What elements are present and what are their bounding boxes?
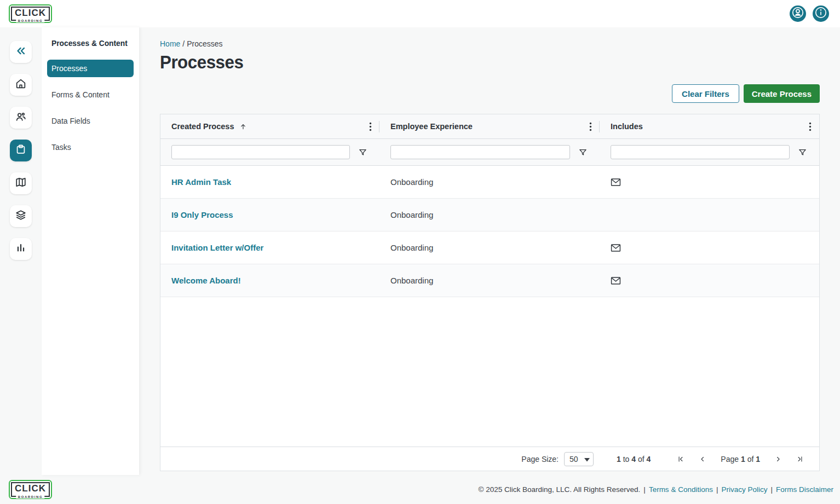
help-info-button[interactable] [813, 5, 829, 22]
top-bar: CLICK BOARDING [0, 0, 840, 27]
breadcrumb-separator: / [182, 39, 185, 48]
experience-value: Onboarding [390, 210, 433, 219]
experience-value: Onboarding [390, 177, 433, 187]
click-boarding-logo-footer: CLICK BOARDING [9, 480, 52, 499]
rows-range-text: 1 to 4 of 4 [617, 455, 651, 464]
table-row: I9 Only Process Onboarding [160, 199, 819, 231]
body: Processes & Content Processes Forms & Co… [0, 27, 840, 475]
click-boarding-logo: CLICK BOARDING [9, 4, 52, 24]
rail-item-reports[interactable] [10, 238, 32, 260]
process-link[interactable]: I9 Only Process [171, 210, 233, 219]
first-page-icon[interactable] [677, 455, 684, 463]
rail-item-home[interactable] [10, 74, 32, 96]
breadcrumb-home-link[interactable]: Home [160, 39, 180, 48]
people-icon [15, 111, 27, 125]
email-envelope-icon [611, 178, 621, 187]
page-info-text: Page 1 of 1 [721, 455, 760, 464]
column-header-created-process[interactable]: Created Process [160, 114, 379, 138]
layers-icon [15, 209, 27, 223]
column-header-includes[interactable]: Includes [600, 114, 819, 138]
filter-input-employee-experience[interactable] [390, 145, 570, 159]
table-row: HR Admin Task Onboarding [160, 166, 819, 199]
process-link[interactable]: Invitation Letter w/Offer [171, 243, 263, 252]
chevron-down-icon [584, 455, 590, 464]
pagination-bar: Page Size: 50 1 to 4 of 4 [160, 447, 819, 471]
table-row: Welcome Aboard! Onboarding [160, 264, 819, 297]
filter-funnel-icon[interactable] [578, 148, 588, 157]
column-menu-kebab-icon[interactable] [807, 122, 814, 131]
email-envelope-icon [611, 244, 621, 252]
subnav-item-processes[interactable]: Processes [47, 60, 134, 77]
user-profile-button[interactable] [790, 5, 806, 22]
subnav-item-tasks[interactable]: Tasks [47, 138, 134, 156]
page-actions: Clear Filters Create Process [160, 84, 820, 103]
filter-funnel-icon[interactable] [358, 148, 367, 157]
rail-item-processes[interactable] [10, 140, 32, 161]
map-icon [15, 176, 27, 190]
table-body: HR Admin Task Onboarding I9 Only Process… [160, 166, 819, 297]
page-size-label: Page Size: [521, 455, 559, 464]
previous-page-icon[interactable] [699, 455, 706, 463]
app-window: CLICK BOARDING [0, 0, 840, 504]
process-link[interactable]: Welcome Aboard! [171, 276, 241, 285]
rail-item-map[interactable] [10, 172, 32, 194]
clear-filters-button[interactable]: Clear Filters [672, 84, 739, 103]
last-page-icon[interactable] [796, 455, 804, 463]
column-menu-kebab-icon[interactable] [587, 122, 594, 131]
info-circle-icon [813, 4, 829, 23]
collapse-sidebar-button[interactable] [10, 41, 32, 63]
page-size-select[interactable]: 50 [564, 452, 594, 466]
experience-value: Onboarding [390, 243, 433, 252]
logo-subtext: BOARDING [16, 495, 44, 499]
sort-ascending-icon [239, 123, 247, 131]
collapse-chevrons-icon [15, 45, 27, 59]
breadcrumb: Home/Processes [160, 39, 820, 48]
processes-clipboard-icon [15, 143, 27, 158]
copyright-text: © 2025 Click Boarding, LLC. All Rights R… [479, 485, 641, 494]
page-footer: CLICK BOARDING © 2025 Click Boarding, LL… [0, 475, 840, 504]
logo-text: CLICK [15, 484, 46, 494]
user-circle-icon [790, 4, 806, 23]
table-row: Invitation Letter w/Offer Onboarding [160, 231, 819, 264]
next-page-icon[interactable] [774, 455, 782, 463]
secondary-nav-panel: Processes & Content Processes Forms & Co… [42, 27, 139, 475]
email-envelope-icon [611, 276, 621, 285]
experience-value: Onboarding [390, 276, 433, 285]
logo-text: CLICK [15, 8, 46, 18]
create-process-button[interactable]: Create Process [744, 84, 820, 103]
process-link[interactable]: HR Admin Task [171, 177, 231, 187]
filter-funnel-icon[interactable] [798, 148, 807, 157]
subnav-item-data-fields[interactable]: Data Fields [47, 112, 134, 130]
subnav-item-forms-content[interactable]: Forms & Content [47, 86, 134, 103]
subnav-title: Processes & Content [51, 38, 132, 48]
table-empty-space [160, 297, 819, 447]
filter-input-created-process[interactable] [171, 145, 350, 159]
filter-input-includes[interactable] [611, 145, 790, 159]
table-header-row: Created Process Employee Experience [160, 114, 819, 139]
home-icon [15, 78, 27, 92]
column-header-employee-experience[interactable]: Employee Experience [379, 114, 600, 138]
bar-chart-icon [15, 242, 27, 256]
rail-item-people[interactable] [10, 107, 32, 129]
topbar-icon-group [790, 5, 829, 22]
page-title: Processes [160, 51, 767, 73]
breadcrumb-current: Processes [187, 39, 222, 48]
page-nav-controls: Page 1 of 1 [677, 455, 804, 464]
footer-legal-text: © 2025 Click Boarding, LLC. All Rights R… [479, 485, 833, 494]
table-filter-row [160, 139, 819, 166]
column-menu-kebab-icon[interactable] [367, 122, 374, 131]
terms-conditions-link[interactable]: Terms & Conditions [649, 485, 713, 494]
forms-disclaimer-link[interactable]: Forms Disclaimer [776, 485, 833, 494]
rail-item-layers[interactable] [10, 205, 32, 227]
processes-table: Created Process Employee Experience [160, 114, 820, 471]
privacy-policy-link[interactable]: Privacy Policy [721, 485, 767, 494]
icon-rail-sidebar [0, 27, 42, 475]
logo-subtext: BOARDING [16, 19, 44, 22]
main-content: Home/Processes Processes Clear Filters C… [139, 27, 840, 475]
